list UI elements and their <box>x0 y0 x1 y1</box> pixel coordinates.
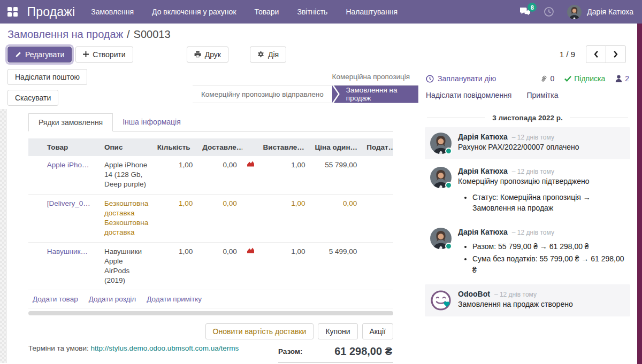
following-button[interactable]: Підписка <box>564 74 605 83</box>
status-quotation[interactable]: Комерційна пропозиція <box>324 73 418 81</box>
breadcrumb-parent[interactable]: Замовлення на продаж <box>7 28 123 41</box>
breadcrumb-separator: / <box>127 28 130 41</box>
menu-to-invoice[interactable]: До включення у рахунок <box>152 7 236 16</box>
invoiced-cell[interactable]: 1,00 <box>259 242 311 290</box>
coupons-button[interactable]: Купони <box>318 323 357 339</box>
log-note-tab[interactable]: Примітка <box>526 91 558 99</box>
menu-reporting[interactable]: Звітність <box>297 7 327 16</box>
menu-orders[interactable]: Замовлення <box>91 7 134 16</box>
message-author[interactable]: OdooBot <box>458 290 490 298</box>
delivered-cell[interactable]: 0,00 <box>198 156 242 194</box>
chatter-message[interactable]: Дарія Катюха – 12 днів тому Комерційну п… <box>425 161 630 220</box>
followers-button[interactable]: 2 <box>615 74 629 83</box>
edit-button[interactable]: Редагувати <box>7 47 72 63</box>
pager-next-button[interactable] <box>606 45 626 63</box>
control-panel: Замовлення на продаж / S00013 Редагувати… <box>0 24 642 68</box>
app-name[interactable]: Продажі <box>27 5 75 19</box>
delivered-cell[interactable]: 0,00 <box>198 194 242 242</box>
user-name: Дарія Катюха <box>587 7 633 16</box>
menu-products[interactable]: Товари <box>255 7 279 16</box>
add-product-link[interactable]: Додати товар <box>33 295 78 303</box>
unit-price-cell[interactable]: 55 799,00 <box>310 156 362 194</box>
unit-price-cell[interactable]: 0,00 <box>310 194 362 242</box>
area-chart-icon[interactable] <box>247 247 255 253</box>
send-message-tab[interactable]: Надіслати повідомлення <box>426 91 511 99</box>
delivered-column-header: Доставле… <box>198 138 242 156</box>
add-note-link[interactable]: Додати примітку <box>147 295 202 303</box>
description-cell[interactable]: Безкоштовна доставка Безкоштовна доставк… <box>100 194 153 242</box>
horizontal-scrollbar[interactable] <box>28 311 393 315</box>
message-time: – 12 днів тому <box>512 134 554 141</box>
message-author[interactable]: Дарія Катюха <box>458 167 508 175</box>
status-sales-order-active[interactable]: Замовлення на продаж <box>334 86 418 103</box>
paperclip-icon <box>540 75 547 83</box>
chevron-left-icon <box>593 50 599 58</box>
activities-clock-icon[interactable] <box>544 6 554 17</box>
invoiced-cell[interactable]: 1,00 <box>259 156 311 194</box>
unit-price-cell[interactable]: 5 499,00 <box>310 242 362 290</box>
cancel-button[interactable]: Скасувати <box>7 90 58 106</box>
row-handle <box>28 194 43 242</box>
chatter-message[interactable]: Дарія Катюха – 12 днів тому Рахунок PAX/… <box>425 127 630 159</box>
attachments-button[interactable]: 0 <box>540 74 554 83</box>
terms-link[interactable]: http://stylus.demo.odoo.ubmsoft.com.ua/t… <box>90 344 239 352</box>
gear-icon <box>257 51 264 58</box>
taxes-cell[interactable] <box>362 242 393 290</box>
statusbar-arrow-icon <box>332 86 338 103</box>
quantity-cell[interactable]: 1,00 <box>153 242 198 290</box>
person-icon <box>615 75 622 82</box>
message-author[interactable]: Дарія Катюха <box>458 228 508 236</box>
table-row[interactable]: Apple iPho… Apple iPhone 14 (128 Gb, Dee… <box>28 156 393 194</box>
pager-value[interactable]: 1 / 9 <box>560 50 575 59</box>
message-body: Рахунок PAX/2022/00007 оплачено <box>458 142 625 153</box>
table-row[interactable]: Навушник… Навушники Apple AirPods (2019)… <box>28 242 393 290</box>
send-by-email-button[interactable]: Надіслати поштою <box>7 69 87 85</box>
description-cell[interactable]: Apple iPhone 14 (128 Gb, Deep purple) <box>100 156 153 194</box>
promotions-button[interactable]: Акції <box>362 323 393 339</box>
order-total: Разом: 61 298,00 ₴ <box>278 344 393 363</box>
status-quotation-sent[interactable]: Комерційну пропозицію відправлено <box>193 90 332 98</box>
table-row[interactable]: [Delivery_0… Безкоштовна доставка Безкош… <box>28 194 393 242</box>
print-button[interactable]: Друк <box>187 47 228 63</box>
update-shipping-cost-button[interactable]: Оновити вартість доставки <box>205 323 314 339</box>
area-chart-icon[interactable] <box>247 160 255 167</box>
action-button[interactable]: Дія <box>250 47 286 63</box>
create-button[interactable]: Створити <box>75 47 133 63</box>
product-link[interactable]: [Delivery_0… <box>43 194 100 242</box>
quantity-cell[interactable]: 1,00 <box>153 156 198 194</box>
message-time: – 12 днів тому <box>494 291 537 298</box>
quantity-column-header: Кількість <box>153 138 198 156</box>
add-section-link[interactable]: Додати розділ <box>89 295 136 303</box>
vertical-scrollbar[interactable] <box>637 24 642 364</box>
product-link[interactable]: Навушник… <box>43 242 100 290</box>
messages-button[interactable]: 8 <box>519 7 531 17</box>
taxes-cell[interactable] <box>362 194 393 242</box>
description-cell[interactable]: Навушники Apple AirPods (2019) <box>100 242 153 290</box>
delivered-cell[interactable]: 0,00 <box>198 242 242 290</box>
forecast-cell[interactable] <box>242 156 259 194</box>
tab-order-lines[interactable]: Рядки замовлення <box>28 113 113 131</box>
message-tracking-values: Статус: Комерційна пропозиція → Замовлен… <box>472 192 625 214</box>
order-lines-table: Товар Опис Кількість Доставле… Виставле…… <box>28 138 393 290</box>
taxes-cell[interactable] <box>362 156 393 194</box>
total-value: 61 298,00 ₴ <box>334 345 392 358</box>
message-body: Комерційну пропозицію підтверджено <box>458 176 625 187</box>
user-menu[interactable]: Дарія Катюха <box>567 5 633 19</box>
apps-grid-icon[interactable] <box>7 7 18 17</box>
forecast-cell[interactable] <box>242 242 259 290</box>
pencil-icon <box>15 51 21 58</box>
quantity-cell[interactable]: 1,00 <box>153 194 198 242</box>
form-statusbar-area: Надіслати поштою Скасувати Комерційна пр… <box>0 68 418 106</box>
invoiced-cell[interactable]: 1,00 <box>259 194 311 242</box>
pager-previous-button[interactable] <box>586 45 606 63</box>
tab-other-info[interactable]: Інша інформація <box>113 113 190 131</box>
chatter-message[interactable]: OdooBot – 12 днів тому Замовлення на про… <box>425 284 630 316</box>
schedule-activity-button[interactable]: Запланувати дію <box>426 74 496 83</box>
odoobot-avatar <box>430 290 452 311</box>
message-author[interactable]: Дарія Катюха <box>458 133 508 141</box>
message-tracking-values: Разом: 55 799,00 ₴ → 61 298,00 ₴ Сума бе… <box>472 241 625 275</box>
product-link[interactable]: Apple iPho… <box>43 156 100 194</box>
statusbar: Комерційна пропозиція Комерційну пропози… <box>193 68 418 106</box>
chatter-message[interactable]: Дарія Катюха – 12 днів тому Разом: 55 79… <box>425 222 630 282</box>
menu-settings[interactable]: Налаштування <box>346 7 398 16</box>
